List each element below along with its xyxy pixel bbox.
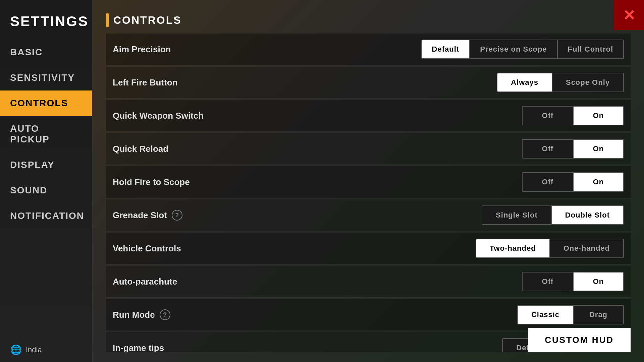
setting-label-text-grenade-slot: Grenade Slot xyxy=(113,210,167,221)
toggle-group-grenade-slot: Single SlotDouble Slot xyxy=(482,205,624,225)
sidebar-item-display[interactable]: DISPLAY xyxy=(0,152,92,178)
toggle-btn-auto-parachute-on[interactable]: On xyxy=(573,273,623,291)
toggle-btn-run-mode-classic[interactable]: Classic xyxy=(518,306,573,324)
setting-label-text-hold-fire-to-scope: Hold Fire to Scope xyxy=(113,177,190,187)
setting-label-quick-weapon-switch: Quick Weapon Switch xyxy=(113,111,522,121)
settings-container: Aim PrecisionDefaultPrecise on ScopeFull… xyxy=(106,34,631,352)
setting-label-left-fire-button: Left Fire Button xyxy=(113,77,497,88)
toggle-btn-vehicle-controls-two-handed[interactable]: Two-handed xyxy=(476,239,549,257)
toggle-btn-aim-precision-default[interactable]: Default xyxy=(422,40,470,58)
sidebar-item-controls[interactable]: CONTROLS xyxy=(0,90,92,116)
setting-label-text-quick-weapon-switch: Quick Weapon Switch xyxy=(113,111,204,121)
sidebar-item-basic[interactable]: BASIC xyxy=(0,40,92,65)
toggle-btn-hold-fire-to-scope-on[interactable]: On xyxy=(573,173,623,191)
toggle-group-vehicle-controls: Two-handedOne-handed xyxy=(476,239,624,258)
toggle-btn-aim-precision-full-control[interactable]: Full Control xyxy=(557,40,623,58)
toggle-btn-hold-fire-to-scope-off[interactable]: Off xyxy=(523,173,573,191)
setting-label-text-aim-precision: Aim Precision xyxy=(113,44,171,55)
setting-row-hold-fire-to-scope: Hold Fire to ScopeOffOn xyxy=(106,166,631,198)
toggle-btn-vehicle-controls-one-handed[interactable]: One-handed xyxy=(549,239,623,257)
globe-icon: 🌐 xyxy=(10,344,22,355)
section-bar xyxy=(106,13,109,27)
toggle-group-quick-weapon-switch: OffOn xyxy=(522,106,624,125)
sidebar-item-auto-pickup[interactable]: AUTO PICKUP xyxy=(0,116,92,152)
setting-label-grenade-slot: Grenade Slot? xyxy=(113,210,482,221)
setting-label-auto-parachute: Auto-parachute xyxy=(113,277,522,287)
sidebar-item-notification[interactable]: NOTIFICATION xyxy=(0,203,92,229)
toggle-btn-run-mode-drag[interactable]: Drag xyxy=(573,306,623,324)
toggle-group-aim-precision: DefaultPrecise on ScopeFull Control xyxy=(421,40,624,59)
toggle-btn-left-fire-button-always[interactable]: Always xyxy=(497,73,552,92)
setting-row-aim-precision: Aim PrecisionDefaultPrecise on ScopeFull… xyxy=(106,34,631,65)
setting-row-run-mode: Run Mode?ClassicDrag xyxy=(106,299,631,331)
sidebar-item-sound[interactable]: SOUND xyxy=(0,178,92,203)
sidebar-footer: 🌐 India xyxy=(0,338,92,362)
toggle-group-left-fire-button: AlwaysScope Only xyxy=(497,73,624,92)
setting-label-vehicle-controls: Vehicle Controls xyxy=(113,243,476,254)
setting-label-aim-precision: Aim Precision xyxy=(113,44,421,55)
region-label: India xyxy=(26,346,42,354)
toggle-btn-auto-parachute-off[interactable]: Off xyxy=(523,273,573,291)
setting-label-text-left-fire-button: Left Fire Button xyxy=(113,77,178,88)
setting-row-vehicle-controls: Vehicle ControlsTwo-handedOne-handed xyxy=(106,233,631,264)
toggle-btn-quick-weapon-switch-on[interactable]: On xyxy=(573,107,623,125)
nav-list: BASICSENSITIVITYCONTROLSAUTO PICKUPDISPL… xyxy=(0,40,92,229)
setting-label-in-game-tips: In-game tips xyxy=(113,343,502,352)
section-header: CONTROLS xyxy=(106,10,631,27)
setting-label-text-quick-reload: Quick Reload xyxy=(113,144,168,154)
sidebar-item-sensitivity[interactable]: SENSITIVITY xyxy=(0,65,92,90)
toggle-group-auto-parachute: OffOn xyxy=(522,272,624,291)
help-icon-run-mode[interactable]: ? xyxy=(160,309,170,320)
close-button[interactable]: ✕ xyxy=(614,0,644,30)
setting-row-left-fire-button: Left Fire ButtonAlwaysScope Only xyxy=(106,67,631,99)
main-content: ✕ CONTROLS Aim PrecisionDefaultPrecise o… xyxy=(93,0,644,362)
help-icon-grenade-slot[interactable]: ? xyxy=(172,210,182,221)
toggle-btn-grenade-slot-single-slot[interactable]: Single Slot xyxy=(482,206,551,224)
setting-label-text-in-game-tips: In-game tips xyxy=(113,343,164,352)
setting-label-text-vehicle-controls: Vehicle Controls xyxy=(113,243,181,254)
toggle-btn-quick-reload-off[interactable]: Off xyxy=(523,140,573,158)
setting-row-grenade-slot: Grenade Slot?Single SlotDouble Slot xyxy=(106,199,631,231)
toggle-btn-grenade-slot-double-slot[interactable]: Double Slot xyxy=(551,206,623,224)
toggle-btn-quick-reload-on[interactable]: On xyxy=(573,140,623,158)
toggle-btn-aim-precision-precise-on-scope[interactable]: Precise on Scope xyxy=(469,40,557,58)
toggle-btn-quick-weapon-switch-off[interactable]: Off xyxy=(523,107,573,125)
sidebar: SETTINGS BASICSENSITIVITYCONTROLSAUTO PI… xyxy=(0,0,93,362)
toggle-group-hold-fire-to-scope: OffOn xyxy=(522,172,624,192)
setting-label-run-mode: Run Mode? xyxy=(113,309,517,320)
setting-row-quick-reload: Quick ReloadOffOn xyxy=(106,133,631,165)
setting-label-text-run-mode: Run Mode xyxy=(113,310,155,320)
setting-label-quick-reload: Quick Reload xyxy=(113,144,522,154)
toggle-group-run-mode: ClassicDrag xyxy=(517,305,624,324)
setting-row-quick-weapon-switch: Quick Weapon SwitchOffOn xyxy=(106,100,631,132)
settings-rows: Aim PrecisionDefaultPrecise on ScopeFull… xyxy=(106,34,631,352)
toggle-btn-left-fire-button-scope-only[interactable]: Scope Only xyxy=(552,73,623,92)
toggle-group-quick-reload: OffOn xyxy=(522,139,624,159)
setting-label-hold-fire-to-scope: Hold Fire to Scope xyxy=(113,177,522,187)
setting-row-auto-parachute: Auto-parachuteOffOn xyxy=(106,266,631,298)
app-title: SETTINGS xyxy=(0,7,92,40)
custom-hud-button[interactable]: CUSTOM HUD xyxy=(528,328,631,352)
setting-label-text-auto-parachute: Auto-parachute xyxy=(113,277,177,287)
section-title: CONTROLS xyxy=(113,14,182,26)
